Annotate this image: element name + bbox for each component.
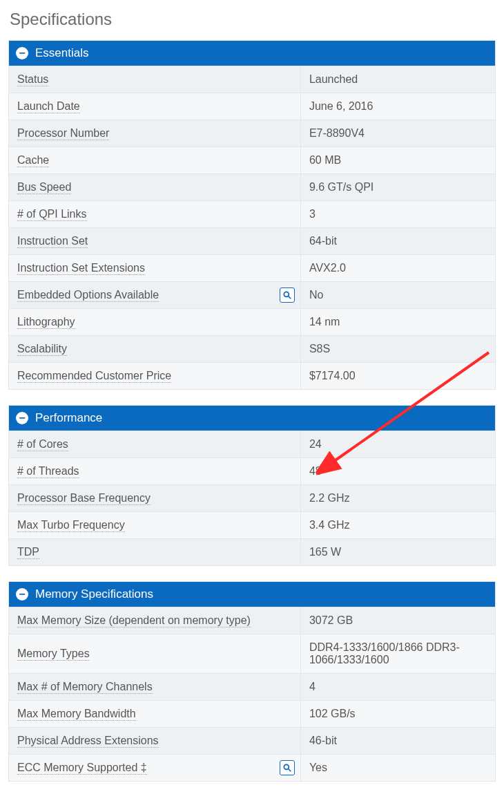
section-header-essentials[interactable]: −Essentials [9,41,495,66]
svg-line-1 [289,296,291,299]
spec-value: June 6, 2016 [300,93,495,120]
spec-label-cell: Instruction Set Extensions [9,255,300,282]
spec-value: 24 [300,431,495,458]
table-row: Instruction Set ExtensionsAVX2.0 [9,255,495,282]
spec-table: # of Cores24# of Threads48Processor Base… [9,431,495,565]
table-row: Processor Base Frequency2.2 GHz [9,485,495,512]
spec-label: Processor Base Frequency [17,492,151,505]
spec-value: 14 nm [300,309,495,336]
spec-label-cell: Processor Base Frequency [9,485,300,512]
svg-point-0 [284,292,289,296]
collapse-icon[interactable]: − [16,47,28,59]
magnifier-icon[interactable] [280,760,295,775]
table-row: Embedded Options AvailableNo [9,282,495,309]
section-header-memory-specifications[interactable]: −Memory Specifications [9,582,495,607]
section-performance: −Performance# of Cores24# of Threads48Pr… [8,405,496,566]
svg-point-2 [284,764,289,769]
spec-label: ECC Memory Supported ‡ [17,762,147,775]
table-row: Memory TypesDDR4-1333/1600/1866 DDR3-106… [9,634,495,674]
spec-table: Max Memory Size (dependent on memory typ… [9,607,495,781]
section-title: Performance [35,411,102,425]
table-row: StatusLaunched [9,66,495,93]
table-row: # of Cores24 [9,431,495,458]
magnifier-icon[interactable] [280,287,295,303]
spec-value: E7-8890V4 [300,120,495,147]
table-row: Max Memory Bandwidth102 GB/s [9,701,495,728]
spec-label: Status [17,73,48,86]
spec-value: $7174.00 [300,363,495,390]
spec-label: # of Cores [17,438,68,451]
collapse-icon[interactable]: − [16,588,28,601]
spec-label-cell: Bus Speed [9,174,300,201]
spec-label-cell: Instruction Set [9,228,300,255]
section-title: Memory Specifications [35,587,153,601]
spec-label-cell: Memory Types [9,634,300,674]
spec-label-cell: Max # of Memory Channels [9,674,300,701]
spec-label-cell: Processor Number [9,120,300,147]
spec-value: 3072 GB [300,607,495,634]
spec-label-cell: # of Threads [9,458,300,485]
spec-value: 165 W [300,539,495,566]
spec-table: StatusLaunchedLaunch DateJune 6, 2016Pro… [9,66,495,389]
table-row: Bus Speed9.6 GT/s QPI [9,174,495,201]
table-row: Recommended Customer Price$7174.00 [9,363,495,390]
spec-label: Embedded Options Available [17,289,159,302]
spec-label: Bus Speed [17,181,71,194]
spec-label-cell: Max Memory Bandwidth [9,701,300,728]
table-row: # of QPI Links3 [9,201,495,228]
svg-line-3 [289,769,291,772]
collapse-icon[interactable]: − [16,412,28,424]
spec-label-cell: Scalability [9,336,300,363]
spec-label: Recommended Customer Price [17,370,171,383]
spec-label-cell: Embedded Options Available [9,282,300,309]
spec-label: Max Turbo Frequency [17,519,125,532]
spec-label-cell: Cache [9,147,300,174]
spec-value: 2.2 GHz [300,485,495,512]
spec-label-cell: TDP [9,539,300,566]
spec-label-cell: # of Cores [9,431,300,458]
table-row: ScalabilityS8S [9,336,495,363]
table-row: Max # of Memory Channels4 [9,674,495,701]
table-row: # of Threads48 [9,458,495,485]
section-header-performance[interactable]: −Performance [9,406,495,431]
spec-label-cell: # of QPI Links [9,201,300,228]
spec-label-cell: Max Turbo Frequency [9,512,300,539]
spec-label: TDP [17,546,39,559]
table-row: Max Memory Size (dependent on memory typ… [9,607,495,634]
spec-label: # of QPI Links [17,208,87,221]
spec-value: No [300,282,495,309]
spec-value: AVX2.0 [300,255,495,282]
table-row: Lithography14 nm [9,309,495,336]
spec-value: 9.6 GT/s QPI [300,174,495,201]
table-row: Physical Address Extensions46-bit [9,728,495,755]
table-row: Launch DateJune 6, 2016 [9,93,495,120]
spec-value: 48 [300,458,495,485]
spec-value: S8S [300,336,495,363]
table-row: ECC Memory Supported ‡Yes [9,755,495,782]
spec-label: # of Threads [17,465,79,478]
table-row: TDP165 W [9,539,495,566]
spec-value: Launched [300,66,495,93]
spec-value: 64-bit [300,228,495,255]
spec-label-cell: ECC Memory Supported ‡ [9,755,300,782]
section-memory-specifications: −Memory SpecificationsMax Memory Size (d… [8,581,496,782]
spec-label: Launch Date [17,100,80,113]
spec-label: Max Memory Size (dependent on memory typ… [17,614,251,627]
page-title: Specifications [10,10,496,29]
table-row: Processor NumberE7-8890V4 [9,120,495,147]
spec-label: Processor Number [17,127,109,140]
spec-label: Physical Address Extensions [17,735,159,748]
spec-label-cell: Lithography [9,309,300,336]
spec-value: 3 [300,201,495,228]
spec-label: Scalability [17,343,67,356]
spec-label: Max # of Memory Channels [17,681,153,694]
section-title: Essentials [35,46,88,60]
section-essentials: −EssentialsStatusLaunchedLaunch DateJune… [8,40,496,390]
spec-value: Yes [300,755,495,782]
spec-label-cell: Physical Address Extensions [9,728,300,755]
spec-label: Lithography [17,316,75,329]
spec-label-cell: Max Memory Size (dependent on memory typ… [9,607,300,634]
spec-value: 4 [300,674,495,701]
table-row: Instruction Set64-bit [9,228,495,255]
table-row: Max Turbo Frequency3.4 GHz [9,512,495,539]
